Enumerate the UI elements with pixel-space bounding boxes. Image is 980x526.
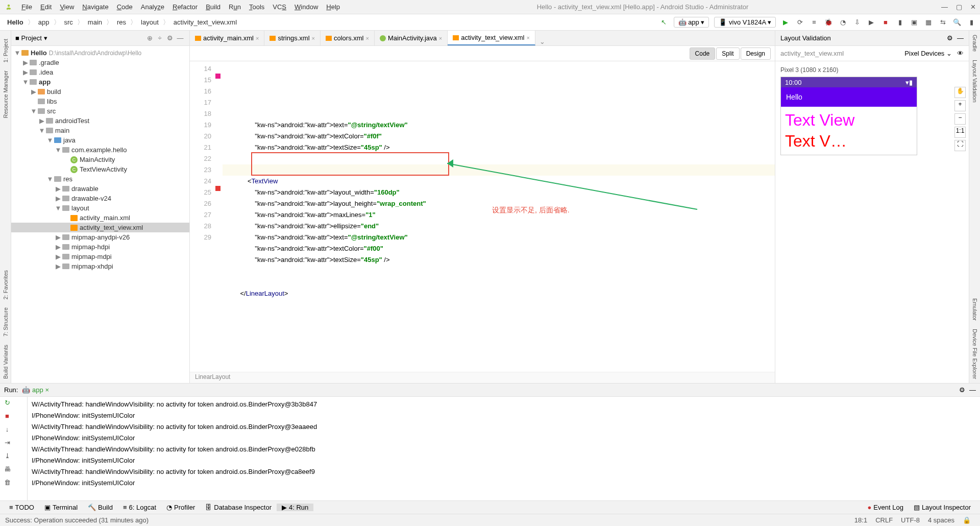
- tree-root-name[interactable]: Hello: [31, 49, 47, 57]
- search-icon[interactable]: 🔍: [952, 18, 962, 27]
- zoom-reset-icon[interactable]: ⛶: [954, 140, 966, 151]
- tab-logcat[interactable]: ≡ 6: Logcat: [118, 504, 161, 511]
- tab-db-inspector[interactable]: 🗄 Database Inspector: [200, 504, 277, 511]
- back-nav-icon[interactable]: ↖: [659, 18, 669, 27]
- tree-node[interactable]: ▼app: [11, 77, 189, 87]
- project-view-dropdown[interactable]: ■ Project ▾: [15, 34, 144, 42]
- scroll-end-icon[interactable]: ⤓: [2, 452, 12, 462]
- zoom-fit-icon[interactable]: 1:1: [954, 127, 966, 138]
- tab-todo[interactable]: ≡ TODO: [4, 504, 39, 511]
- tab-terminal[interactable]: ▣ Terminal: [39, 504, 83, 511]
- tree-node[interactable]: ▼layout: [11, 203, 189, 213]
- apply-code-icon[interactable]: ≡: [810, 18, 819, 27]
- menu-refactor[interactable]: Refactor: [168, 3, 202, 11]
- editor-tab[interactable]: MainActivity.java×: [375, 31, 448, 45]
- menu-help[interactable]: Help: [322, 3, 344, 11]
- tree-node[interactable]: ▼java: [11, 135, 189, 145]
- rail-device-file-explorer[interactable]: Device File Explorer: [971, 325, 979, 383]
- breadcrumb-item[interactable]: main: [85, 18, 105, 26]
- clear-icon[interactable]: 🗑: [2, 479, 12, 489]
- run-button-icon[interactable]: ▶: [781, 18, 790, 27]
- breadcrumb-item[interactable]: Hello: [4, 18, 27, 26]
- rail-project[interactable]: 1: Project: [2, 35, 10, 66]
- stop-icon[interactable]: ■: [2, 412, 12, 422]
- sdk-manager-icon[interactable]: ▣: [910, 18, 919, 27]
- code-line[interactable]: "kw-ns">android:"kw-attr">text="@string/…: [223, 232, 775, 243]
- tree-node[interactable]: CMainActivity: [11, 155, 189, 164]
- rail-emulator[interactable]: Emulator: [971, 294, 979, 325]
- menu-run[interactable]: Run: [225, 3, 245, 11]
- avd-manager-icon[interactable]: ▮: [895, 18, 904, 27]
- menu-view[interactable]: View: [56, 3, 78, 11]
- apply-changes-icon[interactable]: ⟳: [795, 18, 804, 27]
- editor-tab[interactable]: colors.xml×: [321, 31, 375, 45]
- hide-icon[interactable]: —: [175, 34, 185, 42]
- device-select[interactable]: 📱 vivo V1824A ▾: [714, 17, 776, 28]
- rail-build-variants[interactable]: Build Variants: [2, 341, 10, 383]
- tree-node[interactable]: ▼com.example.hello: [11, 145, 189, 155]
- debug-icon[interactable]: 🐞: [824, 18, 833, 27]
- editor-breadcrumb[interactable]: LinearLayout: [190, 372, 775, 383]
- rail-favorites[interactable]: 2: Favorites: [2, 266, 10, 303]
- rerun-icon[interactable]: ↻: [2, 399, 12, 409]
- tree-node[interactable]: CTextViewActivity: [11, 164, 189, 174]
- hide-icon[interactable]: —: [969, 386, 976, 394]
- tab-overflow-icon[interactable]: ⌄: [535, 38, 549, 45]
- menu-navigate[interactable]: Navigate: [78, 3, 112, 11]
- visibility-icon[interactable]: 👁: [957, 50, 964, 57]
- tree-node[interactable]: ▶drawable-v24: [11, 194, 189, 203]
- settings-icon[interactable]: ▮: [967, 18, 976, 27]
- tree-node[interactable]: ▶.gradle: [11, 58, 189, 67]
- editor-tab[interactable]: activity_main.xml×: [190, 31, 264, 45]
- code-editor[interactable]: 14151617181920212223242526272829 设置显示不足,…: [190, 61, 775, 372]
- menu-edit[interactable]: Edit: [36, 3, 56, 11]
- editor-tab[interactable]: activity_text_view.xml×: [448, 31, 535, 45]
- tree-node[interactable]: ▶androidTest: [11, 116, 189, 126]
- menu-vcs[interactable]: VCS: [268, 3, 290, 11]
- code-line[interactable]: "kw-ns">android:"kw-attr">text="@string/…: [223, 119, 775, 131]
- tree-node[interactable]: ▼main: [11, 126, 189, 135]
- view-split-button[interactable]: Split: [716, 47, 739, 60]
- breadcrumb-item[interactable]: src: [61, 18, 76, 26]
- tree-node[interactable]: activity_text_view.xml: [11, 223, 189, 232]
- status-lock-icon[interactable]: 🔒: [959, 516, 975, 524]
- gear-icon[interactable]: ⚙: [165, 34, 175, 42]
- maximize-icon[interactable]: ▢: [956, 3, 962, 11]
- tab-event-log[interactable]: ● Event Log: [862, 504, 908, 511]
- tree-node[interactable]: activity_main.xml: [11, 213, 189, 223]
- view-design-button[interactable]: Design: [741, 47, 771, 60]
- code-line[interactable]: "kw-ns">android:"kw-attr">textColor="#f0…: [223, 131, 775, 142]
- menu-code[interactable]: Code: [113, 3, 137, 11]
- print-icon[interactable]: 🖶: [2, 465, 12, 475]
- code-line[interactable]: "kw-ns">android:"kw-attr">textSize="45sp…: [223, 254, 775, 266]
- resource-manager-icon[interactable]: ▦: [924, 18, 933, 27]
- project-tree[interactable]: ▼ Hello D:\install\Android\Androidwp\Hel…: [11, 46, 189, 383]
- tree-node[interactable]: libs: [11, 97, 189, 106]
- code-line[interactable]: "kw-ns">android:"kw-attr">textColor="#f0…: [223, 243, 775, 254]
- status-eol[interactable]: CRLF: [871, 516, 897, 524]
- menu-tools[interactable]: Tools: [245, 3, 268, 11]
- tree-node[interactable]: ▶drawable: [11, 184, 189, 194]
- gear-icon[interactable]: ⚙: [947, 34, 953, 42]
- menu-build[interactable]: Build: [202, 3, 225, 11]
- sync-icon[interactable]: ⇆: [938, 18, 947, 27]
- menu-window[interactable]: Window: [290, 3, 322, 11]
- tree-node[interactable]: ▶build: [11, 87, 189, 97]
- tab-layout-inspector[interactable]: ▧ Layout Inspector: [909, 504, 976, 511]
- code-line[interactable]: "kw-ns">android:"kw-attr">textSize="45sp…: [223, 142, 775, 153]
- code-line[interactable]: [223, 277, 775, 288]
- status-encoding[interactable]: UTF-8: [897, 516, 924, 524]
- rail-structure[interactable]: 7: Structure: [2, 303, 10, 341]
- rail-gradle[interactable]: Gradle: [971, 31, 979, 56]
- breadcrumb-item[interactable]: activity_text_view.xml: [170, 18, 240, 26]
- down-icon[interactable]: ↓: [2, 425, 12, 436]
- breadcrumb-item[interactable]: app: [35, 18, 53, 26]
- device-dropdown[interactable]: Pixel Devices ⌄: [904, 50, 952, 57]
- code-line[interactable]: [223, 266, 775, 277]
- zoom-out-icon[interactable]: −: [954, 113, 966, 125]
- console-output[interactable]: W/ActivityThread: handleWindowVisibility…: [28, 397, 980, 500]
- tree-node[interactable]: ▶mipmap-hdpi: [11, 242, 189, 252]
- close-icon[interactable]: ✕: [970, 3, 976, 11]
- profiler-icon[interactable]: ◔: [838, 18, 847, 27]
- gear-icon[interactable]: ⚙: [959, 386, 965, 394]
